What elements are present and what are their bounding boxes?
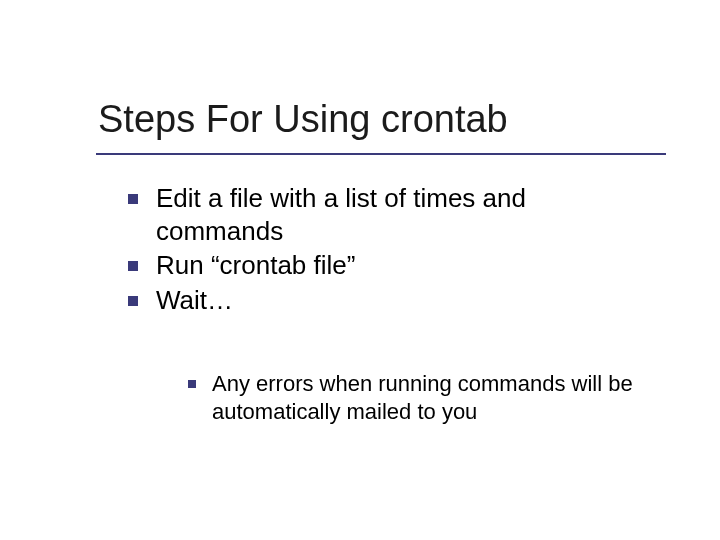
list-item: Run “crontab file” xyxy=(128,249,660,282)
square-bullet-icon xyxy=(128,296,138,306)
list-item: Any errors when running commands will be… xyxy=(188,370,680,425)
slide: { "title": "Steps For Using crontab", "b… xyxy=(0,0,720,540)
list-item: Edit a file with a list of times and com… xyxy=(128,182,660,247)
list-item-text: Edit a file with a list of times and com… xyxy=(156,182,660,247)
title-underline xyxy=(96,153,666,155)
bullet-list: Edit a file with a list of times and com… xyxy=(128,182,660,318)
square-bullet-icon xyxy=(128,261,138,271)
list-item-text: Wait… xyxy=(156,284,660,317)
square-bullet-icon xyxy=(188,380,196,388)
list-item: Wait… xyxy=(128,284,660,317)
slide-title: Steps For Using crontab xyxy=(98,98,508,141)
list-item-text: Any errors when running commands will be… xyxy=(212,370,680,425)
square-bullet-icon xyxy=(128,194,138,204)
sub-bullet-list: Any errors when running commands will be… xyxy=(188,370,680,427)
list-item-text: Run “crontab file” xyxy=(156,249,660,282)
